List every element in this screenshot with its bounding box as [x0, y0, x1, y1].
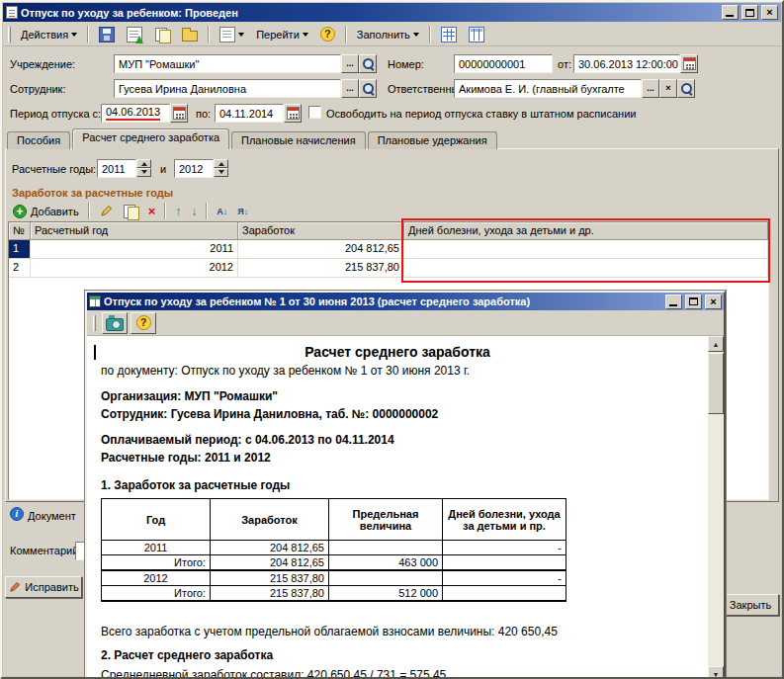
tab-raschet-srednego-zarabotka[interactable]: Расчет среднего заработка [72, 128, 229, 149]
move-down-icon: ↓ [191, 206, 197, 217]
period-from-input[interactable]: 04.06.2013 [101, 104, 170, 123]
cell-limit [329, 570, 443, 586]
sort-asc-button[interactable]: А↓ [213, 202, 231, 220]
close-form-button[interactable]: Закрыть [722, 594, 779, 616]
report-scrollbar[interactable]: ▲ ▼ [708, 336, 724, 679]
sort-asc-icon: А↓ [217, 207, 227, 216]
employee-input[interactable]: Гусева Ирина Даниловна [114, 79, 341, 98]
doc-date-input[interactable]: 30.06.2013 12:00:00 [573, 54, 680, 73]
dots-icon: ... [346, 84, 354, 93]
fill-button[interactable]: Заполнить [352, 25, 424, 44]
scroll-down-button[interactable]: ▼ [708, 666, 724, 679]
magnifier-icon [679, 81, 694, 96]
year2-input[interactable]: 2012 [174, 159, 214, 178]
year2-down-button[interactable] [214, 168, 228, 177]
cell-earnings[interactable]: 204 812,65 [238, 240, 404, 259]
tab-planovye-uderzhaniya[interactable]: Плановые удержания [368, 131, 497, 149]
toolbar-separator [429, 26, 431, 42]
column-header-year[interactable]: Расчетный год [31, 222, 238, 240]
column-header-num[interactable]: № [9, 222, 31, 240]
calc-years-label: Расчетные годы: [12, 163, 96, 175]
cell-earnings: 215 837,80 [211, 570, 329, 586]
column-header-earnings[interactable]: Заработок [238, 222, 404, 240]
release-position-checkbox[interactable] [308, 106, 321, 119]
move-down-button[interactable]: ↓ [187, 202, 201, 220]
document-icon [6, 6, 18, 19]
report-employee: Сотрудник: Гусева Ирина Даниловна, таб. … [101, 407, 438, 421]
goto-button[interactable]: Перейти [251, 25, 313, 44]
add-row-button[interactable]: Добавить [9, 202, 83, 220]
responsible-open-button[interactable] [677, 79, 695, 98]
dropdown-caret-icon [303, 33, 308, 40]
cell-earnings: 204 812,65 [211, 555, 329, 571]
year1-down-button[interactable] [136, 168, 151, 177]
print-preview-button[interactable] [102, 312, 128, 334]
list-settings-button[interactable] [436, 25, 462, 44]
comment-label: Комментарий [10, 545, 78, 556]
toolbar-grip[interactable] [8, 27, 11, 42]
close-button[interactable]: × [761, 5, 778, 20]
report-subheading: по документу: Отпуск по уходу за ребенко… [101, 364, 470, 378]
responsible-select-button[interactable]: ... [642, 79, 659, 98]
responsible-clear-button[interactable]: × [659, 79, 677, 98]
save-button[interactable] [94, 25, 120, 44]
tab-planovye-nachisleniya[interactable]: Плановые начисления [231, 131, 366, 149]
delete-row-button[interactable]: × [144, 202, 160, 220]
report-maximize-button[interactable] [685, 295, 702, 309]
year2-up-button[interactable] [214, 159, 228, 168]
institution-open-button[interactable] [359, 54, 377, 73]
period-to-label: по: [196, 108, 211, 120]
minimize-button[interactable] [722, 5, 739, 20]
spin-down-icon [218, 170, 224, 177]
cell-num[interactable]: 1 [9, 240, 31, 259]
sort-desc-button[interactable]: Я↓ [233, 202, 252, 220]
report-years: Расчетные годы: 2011 и 2012 [101, 451, 271, 465]
period-from-calendar-button[interactable] [170, 104, 188, 123]
institution-select-button[interactable]: ... [341, 54, 359, 73]
calendar-icon [683, 57, 696, 70]
move-up-button[interactable]: ↑ [171, 202, 185, 220]
doc-date-calendar-button[interactable] [680, 54, 698, 73]
table-row: 2012 215 837,80 - [102, 570, 566, 586]
cell-year[interactable]: 2012 [31, 259, 238, 278]
employee-select-button[interactable]: ... [341, 79, 359, 98]
post-button[interactable] [122, 25, 147, 44]
dropdown-caret-icon [71, 33, 77, 40]
report-minimize-button[interactable] [665, 295, 682, 309]
year2-spinner: 2012 [174, 159, 228, 178]
scroll-thumb[interactable] [708, 353, 724, 414]
toolbar-grip[interactable] [93, 315, 96, 331]
employee-open-button[interactable] [359, 79, 377, 98]
copy-button[interactable] [149, 25, 175, 44]
period-to-calendar-button[interactable] [284, 104, 302, 123]
fix-button[interactable]: Исправить [5, 576, 82, 598]
institution-input[interactable]: МУП "Ромашки" [114, 54, 341, 73]
cell-num[interactable]: 2 [9, 259, 31, 278]
report-title-bar: Отпуск по уходу за ребенком № 1 от 30 ию… [87, 293, 724, 310]
cell-year[interactable]: 2011 [31, 240, 238, 259]
movements-button[interactable] [177, 25, 203, 44]
scroll-up-button[interactable]: ▲ [708, 336, 724, 352]
columns-button[interactable] [464, 25, 489, 44]
year1-input[interactable]: 2011 [97, 159, 136, 178]
year1-up-button[interactable] [136, 159, 151, 168]
maximize-button[interactable] [741, 5, 758, 20]
report-document: Расчет среднего заработка по документу: … [87, 336, 724, 679]
period-to-input[interactable]: 04.11.2014 [215, 104, 284, 123]
tab-posobiya[interactable]: Пособия [7, 131, 70, 149]
cell-sick-days [443, 586, 566, 602]
tab-bar: Пособия Расчет среднего заработка Планов… [7, 128, 499, 149]
print-button[interactable] [215, 25, 249, 44]
report-help-button[interactable]: ? [131, 312, 156, 334]
actions-button[interactable]: Действия [16, 25, 82, 44]
cell-earnings[interactable]: 215 837,80 [238, 259, 404, 278]
help-icon: ? [136, 315, 151, 330]
number-input[interactable]: 00000000001 [454, 54, 553, 73]
copy-row-button[interactable] [119, 202, 142, 220]
report-total-line: Всего заработка с учетом предельной обла… [101, 625, 558, 638]
report-close-button[interactable]: × [705, 295, 722, 309]
number-field: 00000000001 [454, 54, 553, 73]
edit-row-button[interactable] [95, 202, 117, 220]
help-button[interactable]: ? [315, 25, 340, 44]
responsible-input[interactable]: Акимова Е. И. (главный бухгалте [454, 79, 642, 98]
